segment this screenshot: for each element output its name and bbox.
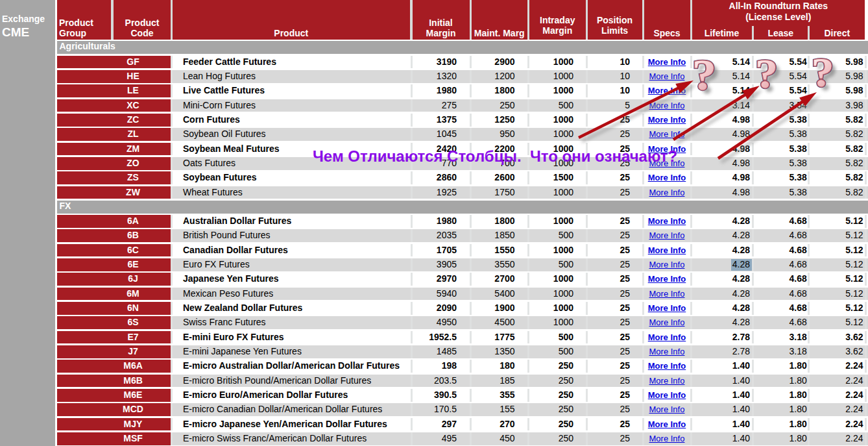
svg-text:?: ? [755,50,778,96]
svg-text:?: ? [811,49,834,95]
svg-text:?: ? [692,50,716,99]
